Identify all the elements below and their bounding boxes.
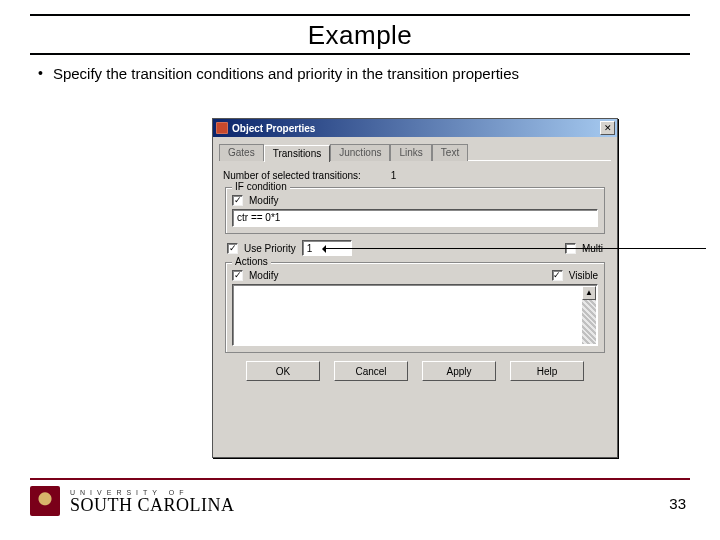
dialog-titlebar[interactable]: Object Properties ✕ bbox=[213, 119, 617, 137]
top-rule bbox=[30, 14, 690, 16]
tab-text[interactable]: Text bbox=[432, 144, 468, 161]
tab-junctions[interactable]: Junctions bbox=[330, 144, 390, 161]
bullet-dot: • bbox=[38, 65, 43, 84]
usc-wordmark: UNIVERSITY OF SOUTH CAROLINA bbox=[70, 489, 235, 514]
page-number: 33 bbox=[669, 495, 686, 512]
scrollbar-track[interactable] bbox=[582, 300, 596, 344]
use-priority-label: Use Priority bbox=[244, 243, 296, 254]
modify-condition-label: Modify bbox=[249, 195, 278, 206]
scroll-up-icon[interactable]: ▲ bbox=[582, 286, 596, 300]
usc-crest-icon bbox=[30, 486, 60, 516]
actions-textarea[interactable]: ▲ bbox=[232, 284, 598, 346]
rule-under-title bbox=[30, 53, 690, 55]
modify-condition-checkbox[interactable]: ✓ bbox=[232, 195, 243, 206]
tab-strip: Gates Transitions Junctions Links Text bbox=[219, 143, 611, 160]
bullet-item: • Specify the transition conditions and … bbox=[38, 65, 690, 84]
use-priority-checkbox[interactable]: ✓ bbox=[227, 243, 238, 254]
tab-panel: Number of selected transitions: 1 IF con… bbox=[219, 160, 611, 385]
object-properties-dialog: Object Properties ✕ Gates Transitions Ju… bbox=[212, 118, 618, 458]
close-icon[interactable]: ✕ bbox=[600, 121, 615, 135]
tab-links[interactable]: Links bbox=[390, 144, 431, 161]
footer-rule bbox=[30, 478, 690, 480]
tab-transitions[interactable]: Transitions bbox=[264, 145, 331, 162]
app-icon bbox=[216, 122, 228, 134]
selected-count-value: 1 bbox=[391, 170, 397, 181]
ok-button[interactable]: OK bbox=[246, 361, 320, 381]
if-condition-fieldset: IF condition ✓ Modify ctr == 0*1 bbox=[225, 187, 605, 234]
dialog-title: Object Properties bbox=[232, 123, 600, 134]
modify-actions-checkbox[interactable]: ✓ bbox=[232, 270, 243, 281]
selected-count-row: Number of selected transitions: 1 bbox=[223, 170, 607, 181]
actions-legend: Actions bbox=[232, 256, 271, 267]
actions-fieldset: Actions ✓ Modify ✓ Visible ▲ bbox=[225, 262, 605, 353]
page-title: Example bbox=[30, 20, 690, 51]
visible-checkbox[interactable]: ✓ bbox=[552, 270, 563, 281]
selected-count-label: Number of selected transitions: bbox=[223, 170, 361, 181]
visible-label: Visible bbox=[569, 270, 598, 281]
if-condition-legend: IF condition bbox=[232, 181, 290, 192]
condition-input[interactable]: ctr == 0*1 bbox=[232, 209, 598, 227]
annotation-arrow bbox=[326, 248, 706, 249]
modify-actions-label: Modify bbox=[249, 270, 278, 281]
bullet-text: Specify the transition conditions and pr… bbox=[53, 65, 519, 84]
help-button[interactable]: Help bbox=[510, 361, 584, 381]
slide-footer: UNIVERSITY OF SOUTH CAROLINA bbox=[30, 478, 690, 516]
dialog-buttons: OK Cancel Apply Help bbox=[223, 361, 607, 381]
cancel-button[interactable]: Cancel bbox=[334, 361, 408, 381]
apply-button[interactable]: Apply bbox=[422, 361, 496, 381]
tab-gates[interactable]: Gates bbox=[219, 144, 264, 161]
uni-main-text: SOUTH CAROLINA bbox=[70, 496, 235, 514]
